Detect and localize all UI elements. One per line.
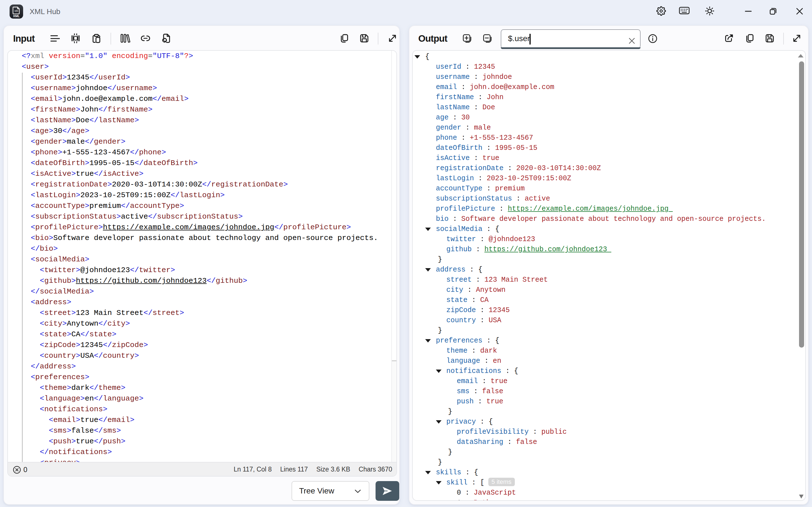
svg-text:XML: XML xyxy=(13,15,19,18)
svg-text:</>: </> xyxy=(14,10,18,13)
